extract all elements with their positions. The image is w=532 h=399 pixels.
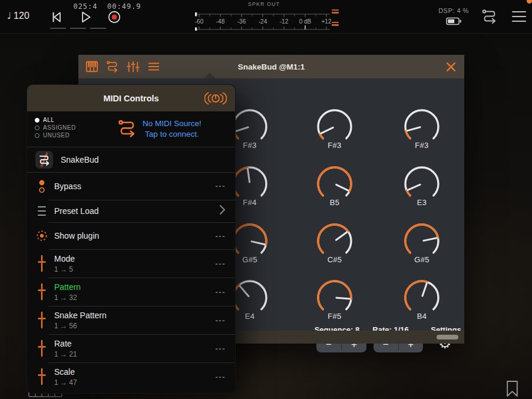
preset-icon: [35, 205, 48, 217]
radio-icon: [35, 118, 39, 123]
row-value-dashes: ---: [216, 344, 226, 353]
knob-dial[interactable]: [403, 222, 441, 260]
tempo-value: 120: [14, 11, 29, 21]
output-meter: SPKR OUT -60-48-36-24-120 dB+12: [193, 1, 335, 33]
row-label: Show plugin: [54, 231, 216, 240]
midi-row-bypass[interactable]: Bypass---: [27, 172, 235, 200]
knob-note-label: B5: [330, 198, 340, 207]
skip-to-start-icon: [49, 9, 64, 25]
note-knob-Gs5[interactable]: G#5: [392, 222, 451, 264]
midi-source-snake-icon: [117, 118, 138, 141]
resize-handle[interactable]: [437, 335, 458, 339]
note-knob-Fs5[interactable]: F#5: [305, 279, 364, 321]
svg-text:0 dB: 0 dB: [299, 18, 312, 25]
knob-dial[interactable]: [231, 279, 269, 316]
midi-row-scale[interactable]: Scale1 → 47---: [27, 362, 235, 391]
midi-row-snakebud[interactable]: SnakeBud: [27, 147, 235, 172]
knob-dial[interactable]: [231, 165, 269, 203]
row-label: SnakeBud: [61, 155, 226, 164]
no-midi-source-link[interactable]: No MIDI Source! Tap to connect.: [143, 118, 201, 140]
show-icon: [35, 229, 48, 243]
midi-parameter-list: SnakeBudBypass---Preset LoadShow plugin-…: [27, 147, 235, 391]
top-toolbar: ♩ 120 025:4 00:49.9 SPKR OUT -60-48-36-2…: [0, 0, 532, 34]
midi-row-snake-pattern[interactable]: Snake Pattern1 → 56---: [27, 306, 235, 334]
routing-snake-button[interactable]: [481, 8, 498, 28]
fader-icon: [35, 368, 48, 385]
radio-icon: [35, 126, 39, 130]
note-knob-Fs3[interactable]: F#3: [392, 108, 451, 150]
midi-panel-header: MIDI Controls: [27, 85, 235, 111]
knob-dial[interactable]: [403, 279, 441, 316]
close-button[interactable]: [446, 62, 456, 74]
fader-icon: [35, 283, 48, 301]
keyboard-panel-button[interactable]: [84, 59, 100, 74]
knob-dial[interactable]: [231, 108, 269, 146]
midi-controls-panel: MIDI Controls ALLASSIGNEDUNUSED No MIDI …: [27, 84, 236, 394]
note-knob-B4[interactable]: B4: [392, 279, 451, 321]
row-label: Scale: [54, 367, 216, 377]
fader-icon: [35, 339, 48, 357]
row-label: Mode: [54, 254, 216, 263]
filter-radio-unused[interactable]: UNUSED: [35, 131, 76, 139]
level-meter-scale: -60-48-36-24-120 dB+12: [193, 7, 335, 31]
knob-dial[interactable]: [403, 108, 441, 146]
record-button[interactable]: [106, 9, 123, 25]
bookmark-icon[interactable]: [505, 381, 519, 399]
filter-radio-all[interactable]: ALL: [35, 116, 76, 124]
note-knob-Cs5[interactable]: C#5: [305, 222, 364, 264]
popover-arrow: [203, 72, 216, 79]
play-button[interactable]: [77, 9, 94, 25]
plugin-window-header[interactable]: SnakeBud @M1:1: [78, 55, 464, 78]
row-range: 1 → 47: [54, 378, 216, 387]
midi-row-rate[interactable]: Rate1 → 21---: [27, 334, 235, 362]
tempo-display[interactable]: ♩ 120: [7, 11, 29, 21]
routing-panel-button[interactable]: [105, 59, 120, 74]
knob-note-label: F#5: [328, 312, 341, 321]
dsp-load-readout: DSP: 4 %: [436, 7, 471, 14]
row-range: 1 → 56: [54, 322, 216, 330]
knob-note-label: F#3: [328, 141, 341, 150]
knob-note-label: G#5: [414, 255, 429, 264]
rewind-button[interactable]: [48, 9, 65, 25]
midi-learn-icon[interactable]: [204, 91, 227, 108]
list-panel-button[interactable]: [146, 59, 161, 74]
midi-filter-section: ALLASSIGNEDUNUSED No MIDI Source! Tap to…: [27, 111, 235, 147]
menu-button[interactable]: [512, 11, 526, 25]
knob-dial[interactable]: [316, 222, 353, 260]
row-label: Rate: [54, 339, 216, 348]
battery-icon: [446, 17, 462, 28]
row-range: 1 → 5: [54, 265, 216, 273]
midi-row-show-plugin[interactable]: Show plugin---: [27, 222, 235, 249]
knob-dial[interactable]: [231, 222, 269, 260]
midi-row-pattern[interactable]: Pattern1 → 32---: [27, 278, 235, 306]
knob-note-label: E4: [245, 312, 255, 321]
svg-text:+12: +12: [322, 18, 332, 25]
knob-dial[interactable]: [316, 165, 353, 203]
chevron-right-icon: [219, 205, 226, 217]
no-midi-source-line2: Tap to connect.: [143, 129, 201, 140]
midi-row-preset-load[interactable]: Preset Load: [27, 200, 235, 222]
filter-radio-assigned[interactable]: ASSIGNED: [35, 124, 76, 131]
knob-note-label: F#3: [415, 141, 428, 150]
knob-note-label: B4: [417, 312, 427, 321]
transport-controls: [48, 9, 123, 25]
knob-dial[interactable]: [403, 165, 441, 203]
note-knob-Fs3[interactable]: F#3: [305, 108, 364, 150]
play-icon: [78, 9, 93, 25]
midi-row-mode[interactable]: Mode1 → 5---: [27, 249, 235, 278]
row-label: Pattern: [54, 282, 216, 292]
row-value-dashes: ---: [216, 232, 226, 240]
row-value-dashes: ---: [216, 288, 226, 296]
no-midi-source-line1: No MIDI Source!: [143, 118, 201, 129]
row-value-dashes: ---: [216, 372, 226, 381]
fader-icon: [35, 255, 48, 272]
knob-dial[interactable]: [316, 279, 353, 316]
filter-radio-group: ALLASSIGNEDUNUSED: [35, 116, 76, 139]
note-knob-E3[interactable]: E3: [392, 165, 451, 207]
filter-label: UNUSED: [43, 132, 70, 139]
row-label: Preset Load: [54, 206, 219, 216]
midi-controls-panel-button[interactable]: [125, 59, 141, 74]
knob-dial[interactable]: [316, 108, 353, 146]
transport-underlines: [50, 28, 106, 29]
note-knob-B5[interactable]: B5: [305, 165, 364, 207]
